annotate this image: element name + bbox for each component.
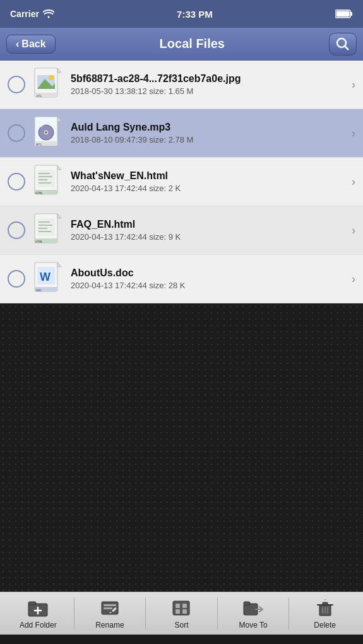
carrier-label: Carrier	[10, 9, 39, 19]
svg-text:MP3: MP3	[36, 143, 42, 146]
file-info-4: FAQ_EN.html 2020-04-13 17:42:44 size: 9 …	[71, 219, 348, 242]
rename-label: Rename	[95, 621, 124, 629]
toolbar: Add Folder Rename	[0, 592, 363, 635]
back-button[interactable]: ‹ Back	[6, 35, 56, 54]
file-icon-html-1: HTML	[32, 163, 64, 201]
svg-line-4	[345, 46, 348, 50]
move-to-label: Move To	[239, 621, 268, 629]
file-name-1: 5bf68871-ac28-4...72f31ceb7a0e.jpg	[71, 73, 348, 85]
move-to-button[interactable]: Move To	[218, 592, 289, 635]
svg-marker-6	[57, 68, 61, 73]
file-info-3: What'sNew_EN.html 2020-04-13 17:42:44 si…	[71, 170, 348, 193]
delete-button[interactable]: Delete	[289, 592, 360, 635]
file-radio-3[interactable]	[8, 173, 25, 190]
svg-rect-52	[173, 601, 189, 615]
file-icon-html-2: HTML	[32, 211, 64, 249]
rename-button[interactable]: Rename	[74, 592, 146, 635]
svg-text:W: W	[40, 271, 51, 283]
list-item[interactable]: MP3 Auld Lang Syne.mp3 2018-08-10 09:47:…	[0, 109, 363, 158]
chevron-right-icon: ›	[352, 127, 355, 140]
chevron-right-icon: ›	[352, 272, 355, 286]
chevron-right-icon: ›	[352, 224, 355, 237]
search-icon	[336, 37, 350, 51]
status-left: Carrier	[10, 9, 54, 19]
list-item[interactable]: HTML What'sNew_EN.html 2020-04-13 17:42:…	[0, 158, 363, 206]
svg-rect-55	[176, 609, 180, 614]
svg-rect-44	[28, 602, 36, 605]
svg-point-3	[337, 38, 346, 47]
svg-rect-53	[176, 604, 180, 608]
file-meta-5: 2020-04-13 17:42:44 size: 28 K	[71, 281, 348, 290]
chevron-right-icon: ›	[352, 175, 355, 189]
svg-text:HTML: HTML	[35, 240, 43, 243]
file-name-2: Auld Lang Syne.mp3	[71, 122, 348, 133]
page-title: Local Files	[160, 37, 225, 51]
file-radio-4[interactable]	[8, 221, 25, 239]
empty-area	[0, 303, 363, 592]
file-icon-doc: W DOC	[32, 260, 64, 298]
delete-label: Delete	[314, 621, 336, 629]
file-name-3: What'sNew_EN.html	[71, 170, 348, 182]
svg-rect-54	[182, 604, 187, 608]
file-radio-2[interactable]	[8, 124, 25, 142]
svg-rect-49	[104, 607, 112, 609]
status-time: 7:33 PM	[177, 9, 213, 20]
add-folder-button[interactable]: Add Folder	[3, 592, 74, 635]
file-icon-image: JPG	[32, 66, 64, 103]
sort-icon	[171, 598, 191, 618]
nav-bar: ‹ Back Local Files	[0, 28, 363, 61]
add-folder-label: Add Folder	[20, 621, 57, 629]
back-chevron-icon: ‹	[16, 38, 19, 50]
add-folder-icon	[28, 598, 48, 618]
file-info-2: Auld Lang Syne.mp3 2018-08-10 09:47:39 s…	[71, 122, 348, 144]
svg-rect-56	[182, 609, 187, 614]
back-label: Back	[21, 38, 45, 50]
file-radio-1[interactable]	[8, 76, 25, 93]
svg-point-9	[49, 75, 54, 80]
svg-marker-20	[57, 165, 61, 170]
svg-text:DOC: DOC	[36, 288, 42, 292]
sort-button[interactable]: Sort	[146, 592, 217, 635]
move-to-icon	[243, 598, 263, 618]
svg-marker-38	[57, 262, 61, 267]
list-item[interactable]: JPG 5bf68871-ac28-4...72f31ceb7a0e.jpg 2…	[0, 61, 363, 109]
svg-marker-13	[57, 117, 61, 121]
wifi-icon	[43, 9, 54, 18]
battery-icon	[335, 9, 353, 18]
file-meta-4: 2020-04-13 17:42:44 size: 9 K	[71, 232, 348, 242]
svg-rect-30	[37, 218, 55, 236]
rename-icon	[100, 598, 120, 618]
status-right	[335, 9, 353, 18]
svg-rect-1	[351, 12, 353, 16]
svg-rect-58	[244, 602, 250, 605]
sort-label: Sort	[174, 621, 188, 629]
file-name-4: FAQ_EN.html	[71, 219, 348, 230]
file-radio-5[interactable]	[8, 270, 25, 288]
svg-marker-29	[57, 214, 61, 218]
file-meta-1: 2018-05-30 13:38:12 size: 1.65 M	[71, 86, 348, 96]
file-meta-3: 2020-04-13 17:42:44 size: 2 K	[71, 184, 348, 193]
svg-text:JPG: JPG	[36, 94, 42, 98]
file-info-1: 5bf68871-ac28-4...72f31ceb7a0e.jpg 2018-…	[71, 73, 348, 96]
status-bar: Carrier 7:33 PM	[0, 0, 363, 28]
file-name-5: AboutUs.doc	[71, 267, 348, 279]
file-meta-2: 2018-08-10 09:47:39 size: 2.78 M	[71, 135, 348, 144]
file-list: JPG 5bf68871-ac28-4...72f31ceb7a0e.jpg 2…	[0, 61, 363, 303]
file-info-5: AboutUs.doc 2020-04-13 17:42:44 size: 28…	[71, 267, 348, 290]
file-icon-mp3: MP3	[32, 114, 64, 152]
delete-icon	[315, 598, 335, 618]
list-item[interactable]: W DOC AboutUs.doc 2020-04-13 17:42:44 si…	[0, 255, 363, 303]
svg-text:HTML: HTML	[35, 191, 43, 195]
svg-point-16	[45, 131, 47, 134]
svg-rect-2	[336, 11, 350, 17]
list-item[interactable]: HTML FAQ_EN.html 2020-04-13 17:42:44 siz…	[0, 206, 363, 255]
search-button[interactable]	[329, 33, 357, 56]
svg-rect-62	[323, 602, 328, 605]
svg-rect-48	[104, 604, 116, 606]
chevron-right-icon: ›	[352, 78, 355, 91]
svg-rect-21	[37, 170, 55, 187]
